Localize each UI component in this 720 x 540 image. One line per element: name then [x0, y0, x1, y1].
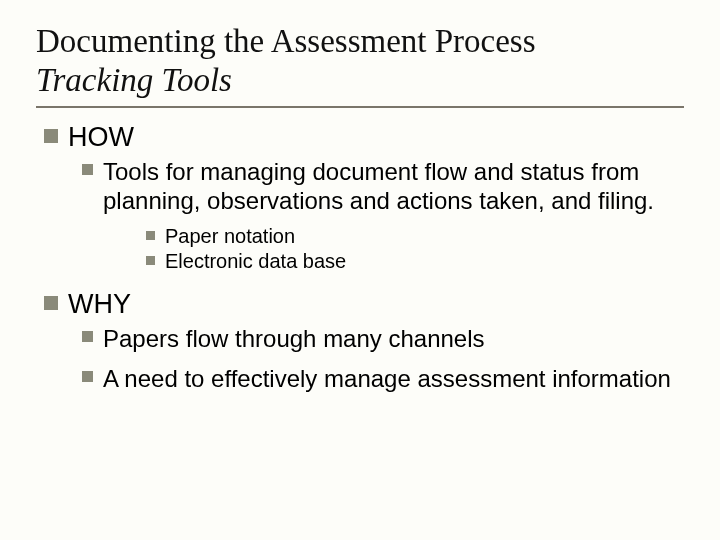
slide-title: Documenting the Assessment Process Track…	[36, 22, 684, 100]
title-line2: Tracking Tools	[36, 62, 232, 98]
square-bullet-icon	[82, 371, 93, 382]
title-line1: Documenting the Assessment Process	[36, 23, 536, 59]
square-bullet-icon	[82, 164, 93, 175]
spacer	[36, 275, 684, 289]
how-subitem-1: Paper notation	[146, 225, 684, 248]
title-rule	[36, 106, 684, 108]
section-why: WHY	[44, 289, 684, 320]
why-item-1-text: Papers flow through many channels	[103, 324, 485, 353]
square-bullet-icon	[44, 129, 58, 143]
how-item-1-text: Tools for managing document flow and sta…	[103, 157, 672, 216]
how-subitem-2-text: Electronic data base	[165, 250, 346, 273]
section-how-label: HOW	[68, 122, 134, 153]
why-item-1: Papers flow through many channels	[82, 324, 672, 353]
how-subitem-1-text: Paper notation	[165, 225, 295, 248]
square-bullet-icon	[146, 231, 155, 240]
why-item-2: A need to effectively manage assessment …	[82, 364, 672, 393]
square-bullet-icon	[44, 296, 58, 310]
section-why-label: WHY	[68, 289, 131, 320]
square-bullet-icon	[82, 331, 93, 342]
slide: Documenting the Assessment Process Track…	[0, 0, 720, 540]
square-bullet-icon	[146, 256, 155, 265]
how-subitem-2: Electronic data base	[146, 250, 684, 273]
why-item-2-text: A need to effectively manage assessment …	[103, 364, 671, 393]
how-item-1: Tools for managing document flow and sta…	[82, 157, 672, 216]
section-how: HOW	[44, 122, 684, 153]
